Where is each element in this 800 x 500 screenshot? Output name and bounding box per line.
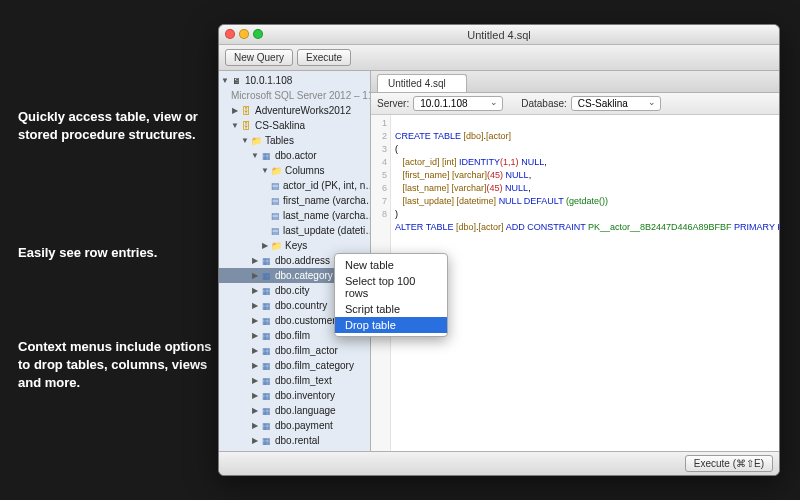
table-icon (260, 331, 272, 341)
connection-bar: Server: 10.0.1.108 Database: CS-Saklina (371, 93, 779, 115)
promo-text-3: Context menus include options to drop ta… (18, 338, 218, 393)
ctx-drop-table[interactable]: Drop table (335, 317, 447, 333)
zoom-icon[interactable] (253, 29, 263, 39)
table-icon (260, 406, 272, 416)
execute-button[interactable]: Execute (297, 49, 351, 66)
keys-folder[interactable]: ▶Keys (219, 238, 370, 253)
table-icon (260, 256, 272, 266)
table-icon (260, 391, 272, 401)
database-node[interactable]: ▼CS-Saklina (219, 118, 370, 133)
table-icon (260, 151, 272, 161)
table-icon (260, 271, 272, 281)
app-window: Untitled 4.sql New Query Execute ▼10.0.1… (218, 24, 780, 476)
table-icon (260, 361, 272, 371)
column-node[interactable]: actor_id (PK, int, n… (219, 178, 370, 193)
server-label: Server: (377, 98, 409, 109)
column-icon (271, 196, 280, 206)
column-icon (271, 181, 280, 191)
table-icon (260, 376, 272, 386)
database-label: Database: (521, 98, 567, 109)
columns-folder[interactable]: ▼Columns (219, 163, 370, 178)
context-menu[interactable]: New table Select top 100 rows Script tab… (334, 253, 448, 337)
status-bar: Execute (⌘⇧E) (219, 451, 779, 475)
ctx-select-top-100[interactable]: Select top 100 rows (335, 273, 447, 301)
folder-icon (270, 241, 282, 251)
table-node[interactable]: ▶dbo.language (219, 403, 370, 418)
promo-text-1: Quickly access table, view or stored pro… (18, 108, 198, 144)
minimize-icon[interactable] (239, 29, 249, 39)
new-query-button[interactable]: New Query (225, 49, 293, 66)
table-node[interactable]: ▶dbo.rental (219, 433, 370, 448)
editor-tabbar: Untitled 4.sql (371, 71, 779, 93)
table-icon (260, 301, 272, 311)
window-title: Untitled 4.sql (467, 29, 531, 41)
titlebar: Untitled 4.sql (219, 25, 779, 45)
table-icon (260, 316, 272, 326)
table-node[interactable]: ▶dbo.film_category (219, 358, 370, 373)
column-icon (271, 226, 280, 236)
close-icon[interactable] (225, 29, 235, 39)
server-icon (230, 76, 242, 86)
table-icon (260, 421, 272, 431)
database-node[interactable]: ▶AdventureWorks2012 (219, 103, 370, 118)
table-icon (260, 436, 272, 446)
column-node[interactable]: last_update (dateti… (219, 223, 370, 238)
folder-icon (270, 166, 282, 176)
table-node[interactable]: ▶dbo.film_actor (219, 343, 370, 358)
column-icon (271, 211, 280, 221)
tables-folder[interactable]: ▼Tables (219, 133, 370, 148)
folder-icon (250, 136, 262, 146)
promo-text-2: Easily see row entries. (18, 244, 198, 262)
database-icon (240, 106, 252, 116)
column-node[interactable]: last_name (varcha… (219, 208, 370, 223)
server-ip-label: 10.0.1.108 (245, 75, 292, 86)
toolbar: New Query Execute (219, 45, 779, 71)
table-node[interactable]: ▶dbo.payment (219, 418, 370, 433)
table-icon (260, 286, 272, 296)
editor-tab[interactable]: Untitled 4.sql (377, 74, 467, 92)
ctx-new-table[interactable]: New table (335, 257, 447, 273)
execute-status-button[interactable]: Execute (⌘⇧E) (685, 455, 773, 472)
table-node[interactable]: ▼dbo.actor (219, 148, 370, 163)
table-node[interactable]: ▶dbo.inventory (219, 388, 370, 403)
ctx-script-table[interactable]: Script table (335, 301, 447, 317)
server-version: Microsoft SQL Server 2012 – 11.0.210( (219, 88, 370, 103)
server-select[interactable]: 10.0.1.108 (413, 96, 503, 111)
column-node[interactable]: first_name (varcha… (219, 193, 370, 208)
code-area[interactable]: CREATE TABLE [dbo].[actor] ( [actor_id] … (391, 115, 779, 451)
traffic-lights (225, 29, 263, 39)
database-select[interactable]: CS-Saklina (571, 96, 661, 111)
server-node[interactable]: ▼10.0.1.108 (219, 73, 370, 88)
table-icon (260, 346, 272, 356)
table-node[interactable]: ▶dbo.film_text (219, 373, 370, 388)
database-icon (240, 121, 252, 131)
